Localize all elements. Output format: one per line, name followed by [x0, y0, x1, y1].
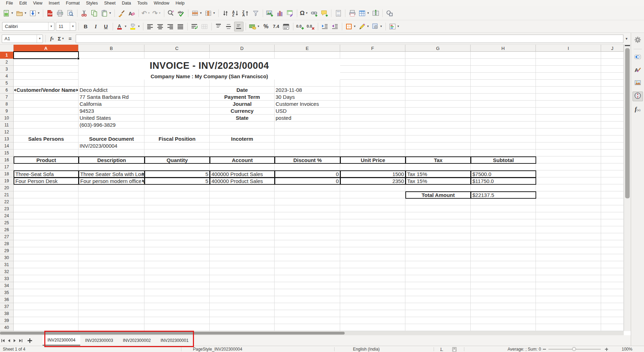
cell-F18[interactable]: 1500	[340, 170, 406, 178]
dropdown-arrow[interactable]: ▼	[305, 12, 308, 15]
menu-insert[interactable]: Insert	[46, 0, 63, 6]
find-replace-button[interactable]	[166, 8, 176, 18]
dropdown-arrow[interactable]: ▼	[380, 25, 383, 28]
fill-handle[interactable]	[77, 57, 80, 60]
menu-data[interactable]: Data	[119, 0, 134, 6]
italic-button[interactable]: I	[91, 22, 100, 31]
row-header-7[interactable]: 7	[0, 94, 13, 101]
row-header-28[interactable]: 28	[0, 240, 13, 247]
zoom-slider-thumb[interactable]	[572, 347, 576, 351]
column-header-I[interactable]: I	[536, 45, 601, 52]
cell-G16[interactable]: Tax	[405, 156, 471, 164]
border-color-button[interactable]: ▼	[371, 22, 383, 31]
first-sheet-button[interactable]	[0, 335, 6, 346]
format-currency-button[interactable]: ▼	[248, 22, 261, 31]
styles-deck-button[interactable]: A	[632, 66, 643, 75]
align-right-button[interactable]	[166, 22, 175, 31]
draw-functions-button[interactable]	[385, 8, 394, 18]
cell-B7[interactable]: 77 Santa Barbara Rd	[78, 94, 144, 101]
dropdown-arrow[interactable]: ▼	[124, 25, 127, 28]
save-button[interactable]: ▼	[28, 8, 41, 18]
dropdown-arrow[interactable]: ▼	[24, 12, 27, 15]
sum-button[interactable]: Σ▼	[57, 35, 66, 43]
cell-D16[interactable]: Account	[210, 156, 275, 164]
dropdown-arrow[interactable]: ▼	[257, 25, 260, 28]
menu-styles[interactable]: Styles	[83, 0, 101, 6]
dropdown-arrow[interactable]: ▼	[158, 12, 161, 15]
row-header-38[interactable]: 38	[0, 310, 13, 317]
decrease-indent-button[interactable]	[330, 22, 340, 31]
cell-G21[interactable]: Total Amount	[405, 191, 471, 199]
cell-D10[interactable]: State	[210, 115, 275, 122]
chevron-down-icon[interactable]: ▼	[37, 35, 43, 43]
vertical-scrollbar-thumb[interactable]	[625, 48, 630, 198]
sort-button[interactable]	[221, 8, 230, 18]
cell-H21[interactable]: $22137.5	[471, 191, 536, 199]
row-header-6[interactable]: 6	[0, 87, 13, 94]
row-header-22[interactable]: 22	[0, 198, 13, 205]
row-header-18[interactable]: 18	[0, 170, 13, 177]
insert-rows-button[interactable]: ▼	[190, 8, 203, 18]
split-handle[interactable]	[625, 45, 630, 46]
autofilter-button[interactable]	[251, 8, 261, 18]
cell-D8[interactable]: Journal	[210, 101, 275, 108]
print-button[interactable]	[55, 8, 65, 18]
row-header-16[interactable]: 16	[0, 156, 13, 163]
cell-G19[interactable]: Tax 15%	[405, 177, 471, 185]
special-character-button[interactable]: Ω▼	[299, 8, 309, 18]
cell-E8[interactable]: Customer Invoices	[275, 101, 340, 108]
cell-B10[interactable]: United States	[78, 115, 144, 122]
sort-descending-button[interactable]: ZA	[241, 8, 250, 18]
insert-columns-button[interactable]: ▼	[204, 8, 216, 18]
format-percent-button[interactable]: %	[261, 22, 271, 31]
column-header-B[interactable]: B	[78, 45, 144, 52]
row-header-32[interactable]: 32	[0, 268, 13, 275]
cell-D13[interactable]: Incoterm	[210, 135, 275, 142]
print-area-button[interactable]	[347, 8, 357, 18]
cell-D6[interactable]: Date	[210, 87, 275, 94]
row-header-10[interactable]: 10	[0, 115, 13, 122]
menu-sheet[interactable]: Sheet	[101, 0, 119, 6]
align-justified-button[interactable]	[176, 22, 185, 31]
center-vertically-button[interactable]	[224, 22, 233, 31]
font-size-combo[interactable]: 11 ▼	[56, 22, 76, 31]
menu-window[interactable]: Window	[151, 0, 172, 6]
cell-B9[interactable]: 94523	[78, 108, 144, 115]
row-header-8[interactable]: 8	[0, 101, 13, 108]
last-sheet-button[interactable]	[18, 335, 24, 346]
highlighting-color-button[interactable]: ▼	[128, 22, 141, 31]
dropdown-arrow[interactable]: ▼	[367, 12, 369, 15]
insert-image-button[interactable]	[265, 8, 275, 18]
cell-A13[interactable]: Sales Persons	[14, 135, 78, 142]
cell-G18[interactable]: Tax 15%	[405, 170, 471, 178]
sidebar-settings-button[interactable]	[632, 36, 643, 45]
cell-E7[interactable]: 30 Days	[275, 94, 340, 101]
row-header-17[interactable]: 17	[0, 163, 13, 170]
increase-indent-button[interactable]	[320, 22, 330, 31]
add-sheet-button[interactable]	[26, 335, 33, 346]
cell-cursor[interactable]	[13, 51, 79, 59]
column-header-C[interactable]: C	[144, 45, 210, 52]
cell-A19[interactable]: Four Person Desk	[14, 177, 79, 185]
cell-A16[interactable]: Product	[14, 156, 79, 164]
row-header-24[interactable]: 24	[0, 212, 13, 219]
align-left-button[interactable]	[145, 22, 155, 31]
invoice-title[interactable]: INVOICE - INV/2023/00004	[78, 59, 340, 73]
dropdown-arrow[interactable]: ▼	[37, 12, 40, 15]
row-header-14[interactable]: 14	[0, 142, 13, 149]
delete-decimal-button[interactable]: 0.0	[306, 22, 316, 31]
properties-deck-button[interactable]	[632, 53, 643, 63]
cell-C19[interactable]: 5	[144, 177, 210, 185]
border-style-button[interactable]: ▼	[358, 22, 370, 31]
menu-help[interactable]: Help	[172, 0, 188, 6]
previous-sheet-button[interactable]	[6, 335, 12, 346]
cell-H19[interactable]: $11750.0	[471, 177, 536, 185]
print-preview-button[interactable]	[66, 8, 75, 18]
dropdown-arrow[interactable]: ▼	[367, 25, 369, 28]
vertical-scrollbar[interactable]	[624, 45, 631, 331]
underline-button[interactable]: U	[101, 22, 111, 31]
column-header-H[interactable]: H	[471, 45, 536, 52]
row-header-31[interactable]: 31	[0, 261, 13, 268]
cell-H18[interactable]: $7500.0	[471, 170, 536, 178]
cell-C16[interactable]: Quantity	[144, 156, 210, 164]
